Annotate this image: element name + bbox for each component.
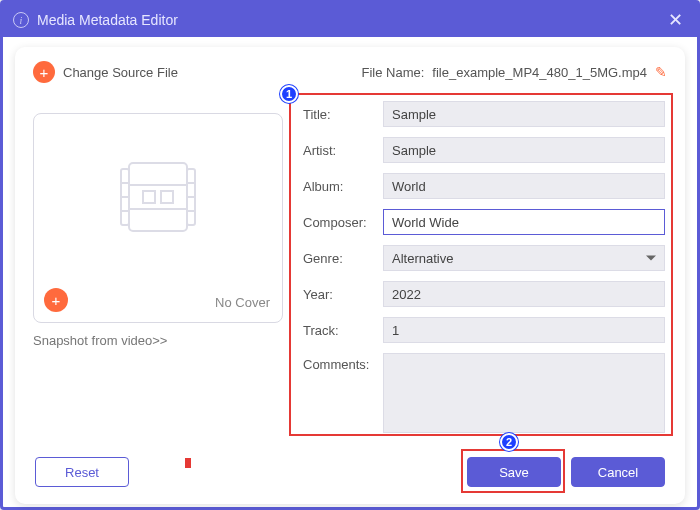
- cover-column: + No Cover Snapshot from video>>: [33, 99, 283, 438]
- add-cover-button[interactable]: +: [44, 288, 68, 312]
- callout-1: 1: [280, 85, 298, 103]
- label-album: Album:: [303, 179, 379, 194]
- file-name-block: File Name: file_example_MP4_480_1_5MG.mp…: [362, 64, 668, 80]
- info-icon: i: [13, 12, 29, 28]
- label-artist: Artist:: [303, 143, 379, 158]
- no-cover-label: No Cover: [215, 295, 270, 310]
- genre-value: Alternative: [392, 251, 453, 266]
- plus-icon: +: [33, 61, 55, 83]
- snapshot-link[interactable]: Snapshot from video>>: [33, 333, 283, 348]
- album-field[interactable]: [383, 173, 665, 199]
- year-field[interactable]: [383, 281, 665, 307]
- label-year: Year:: [303, 287, 379, 302]
- svg-rect-0: [129, 163, 187, 231]
- metadata-form: Title: Artist: Album: Composer: Genre: A…: [301, 99, 667, 438]
- cover-box: + No Cover: [33, 113, 283, 323]
- panel-main: + No Cover Snapshot from video>> 1 Title…: [33, 99, 667, 438]
- callout-2: 2: [500, 433, 518, 451]
- pencil-icon[interactable]: ✎: [655, 64, 667, 80]
- genre-select[interactable]: Alternative: [383, 245, 665, 271]
- window-title: Media Metadata Editor: [37, 12, 656, 28]
- track-field[interactable]: [383, 317, 665, 343]
- change-source-label: Change Source File: [63, 65, 178, 80]
- label-track: Track:: [303, 323, 379, 338]
- change-source-button[interactable]: + Change Source File: [33, 61, 178, 83]
- close-icon[interactable]: ✕: [664, 9, 687, 31]
- reset-button[interactable]: Reset: [35, 457, 129, 487]
- body: + Change Source File File Name: file_exa…: [3, 37, 697, 510]
- titlebar: i Media Metadata Editor ✕: [3, 3, 697, 37]
- main-panel: + Change Source File File Name: file_exa…: [15, 47, 685, 504]
- composer-field[interactable]: [383, 209, 665, 235]
- window: i Media Metadata Editor ✕ + Change Sourc…: [0, 0, 700, 510]
- save-wrap: 2 Save: [457, 457, 561, 487]
- form-column: 1 Title: Artist: Album: Composer: Genre:…: [301, 99, 667, 438]
- film-icon: [119, 161, 197, 233]
- cancel-button[interactable]: Cancel: [571, 457, 665, 487]
- file-name-value: file_example_MP4_480_1_5MG.mp4: [432, 65, 647, 80]
- label-title: Title:: [303, 107, 379, 122]
- artist-field[interactable]: [383, 137, 665, 163]
- footer: Reset 2 Save Cancel: [33, 452, 667, 492]
- svg-rect-6: [161, 191, 173, 203]
- title-field[interactable]: [383, 101, 665, 127]
- label-comments: Comments:: [303, 353, 379, 372]
- save-button[interactable]: Save: [467, 457, 561, 487]
- label-composer: Composer:: [303, 215, 379, 230]
- label-genre: Genre:: [303, 251, 379, 266]
- comments-field[interactable]: [383, 353, 665, 433]
- chevron-down-icon: [646, 256, 656, 261]
- panel-top: + Change Source File File Name: file_exa…: [33, 61, 667, 83]
- annotation-mark: [185, 458, 191, 468]
- svg-rect-5: [143, 191, 155, 203]
- file-name-label: File Name:: [362, 65, 425, 80]
